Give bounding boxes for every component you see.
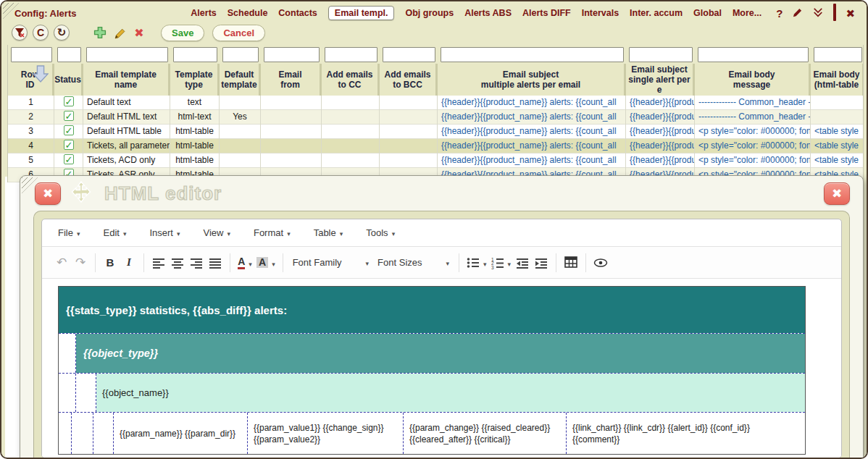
dialog-close-button[interactable]: ✖ <box>35 182 61 205</box>
filter-input[interactable] <box>698 47 809 62</box>
bg-color-button[interactable]: A <box>254 252 277 274</box>
menu-table[interactable]: Table <box>314 227 343 238</box>
menu-format[interactable]: Format <box>254 227 291 238</box>
object-type-cell[interactable]: {{object_type}} <box>76 334 805 373</box>
indent-cell[interactable] <box>59 413 72 454</box>
param-change-cell[interactable]: {{param_change}} {{raised_cleared}} {{cl… <box>404 413 567 454</box>
window-icon[interactable] <box>833 8 836 19</box>
close-icon[interactable]: ✖ <box>846 8 855 19</box>
menu-view[interactable]: View <box>203 227 230 238</box>
text-color-button[interactable]: A <box>235 252 254 274</box>
param-links-cell[interactable]: {{link_chart}} {{link_cdr}} {{alert_id}}… <box>567 413 805 454</box>
nav-alerts-diff[interactable]: Alerts DIFF <box>522 8 571 18</box>
nav-contacts[interactable]: Contacts <box>278 8 317 18</box>
object-name-cell[interactable]: {{object_name}} <box>96 374 805 412</box>
double-chevron-down-icon[interactable] <box>812 7 824 19</box>
nav-intervals[interactable]: Intervals <box>582 8 619 18</box>
column-header-from[interactable]: Email from <box>261 64 322 96</box>
filter-input[interactable] <box>264 47 320 62</box>
numbered-list-button[interactable]: 123 <box>489 252 514 274</box>
nav-obj-groups[interactable]: Obj groups <box>405 8 454 18</box>
menu-file[interactable]: File <box>58 227 80 238</box>
table-row[interactable]: 5 Tickets, ACD only html-table {{header}… <box>8 153 863 168</box>
indent-cell[interactable] <box>72 413 93 454</box>
refresh-button[interactable]: ↻ <box>54 25 70 41</box>
clear-filter-button[interactable] <box>12 25 28 41</box>
menu-tools[interactable]: Tools <box>366 227 395 238</box>
table-row[interactable]: 2 Default HTML text html-text Yes {{head… <box>8 110 863 125</box>
align-right-button[interactable] <box>187 252 206 274</box>
menu-insert[interactable]: Insert <box>149 227 180 238</box>
preview-button[interactable] <box>591 252 610 274</box>
nav-global[interactable]: Global <box>693 8 722 18</box>
filter-input[interactable] <box>441 47 624 62</box>
column-header-body-table[interactable]: Email body (html-table <box>811 64 864 96</box>
filter-input[interactable] <box>222 47 259 62</box>
add-button[interactable] <box>93 25 107 41</box>
column-header-cc[interactable]: Add emails to CC <box>322 64 380 96</box>
indent-cell[interactable] <box>59 334 76 373</box>
column-header-default[interactable]: Default template <box>220 64 261 96</box>
bullet-list-button[interactable] <box>464 252 489 274</box>
move-icon[interactable] <box>70 180 93 206</box>
insert-table-button[interactable] <box>562 252 580 274</box>
status-checkbox[interactable] <box>64 125 74 135</box>
column-header-name[interactable]: Email template name <box>83 64 170 96</box>
nav-inter-accum[interactable]: Inter. accum <box>630 8 683 18</box>
param-value-cell[interactable]: {{param_value1}} {{change_sign}} {{param… <box>248 413 404 454</box>
indent-cell[interactable] <box>93 413 114 454</box>
save-button[interactable]: Save <box>161 25 204 41</box>
table-row-selected[interactable]: 4 Tickets, all parameters html-table {{h… <box>8 139 863 153</box>
italic-button[interactable]: I <box>120 252 138 274</box>
font-sizes-select[interactable]: Font Sizes <box>373 257 454 268</box>
align-left-button[interactable] <box>149 252 168 274</box>
filter-input[interactable] <box>814 47 862 62</box>
c-button[interactable]: C <box>33 25 49 41</box>
filter-input[interactable] <box>86 47 168 62</box>
nav-email-templates[interactable]: Email templ. <box>328 6 395 20</box>
nav-alerts-abs[interactable]: Alerts ABS <box>464 8 512 18</box>
filter-input[interactable] <box>325 47 377 62</box>
undo-button[interactable]: ↶ <box>52 252 71 274</box>
nav-alerts[interactable]: Alerts <box>191 8 216 18</box>
column-header-row-id[interactable]: Row ID <box>8 64 54 96</box>
align-center-button[interactable] <box>168 252 187 274</box>
column-header-type[interactable]: Template type <box>170 64 220 96</box>
template-header-cell[interactable]: {{stats_type}} statistics, {{abs_diff}} … <box>59 287 805 333</box>
redo-button[interactable]: ↷ <box>71 252 90 274</box>
filter-input[interactable] <box>11 47 52 62</box>
status-checkbox[interactable] <box>64 140 74 150</box>
help-icon[interactable]: ? <box>776 8 783 19</box>
param-name-cell[interactable]: {{param_name}} {{param_dir}} <box>114 413 248 454</box>
column-header-subj-multi[interactable]: Email subject multiple alerts per email <box>438 64 626 96</box>
menu-edit[interactable]: Edit <box>103 227 126 238</box>
justify-button[interactable] <box>206 252 225 274</box>
filter-input[interactable] <box>57 47 81 62</box>
column-header-bcc[interactable]: Add emails to BCC <box>380 64 438 96</box>
indent-button[interactable] <box>532 252 551 274</box>
nav-more[interactable]: More... <box>733 8 761 18</box>
status-checkbox[interactable] <box>64 111 74 121</box>
status-checkbox[interactable] <box>64 96 74 106</box>
editor-canvas[interactable]: {{stats_type}} statistics, {{abs_diff}} … <box>42 279 841 458</box>
column-header-body-msg[interactable]: Email body message <box>695 64 811 96</box>
bold-button[interactable]: B <box>101 252 120 274</box>
table-row[interactable]: 3 Default HTML table html-table {{header… <box>8 125 863 139</box>
nav-schedule[interactable]: Schedule <box>228 8 268 18</box>
status-checkbox[interactable] <box>64 154 74 164</box>
delete-button[interactable]: ✖ <box>132 25 146 41</box>
outdent-button[interactable] <box>513 252 532 274</box>
filter-input[interactable] <box>173 47 217 62</box>
filter-input[interactable] <box>383 47 435 62</box>
indent-cell[interactable] <box>76 374 96 412</box>
edit-button[interactable] <box>112 25 127 41</box>
cancel-button[interactable]: Cancel <box>212 25 265 41</box>
font-family-select[interactable]: Font Family <box>288 257 373 268</box>
pencil-icon[interactable] <box>792 7 803 20</box>
table-row[interactable]: 1 Default text text {{header}}{{product_… <box>8 96 863 110</box>
dialog-close-button[interactable]: ✖ <box>824 182 850 205</box>
column-header-status[interactable]: Status <box>54 64 83 96</box>
column-header-subj-single[interactable]: Email subject single alert per e <box>626 64 695 96</box>
indent-cell[interactable] <box>59 374 76 412</box>
filter-input[interactable] <box>629 47 693 62</box>
